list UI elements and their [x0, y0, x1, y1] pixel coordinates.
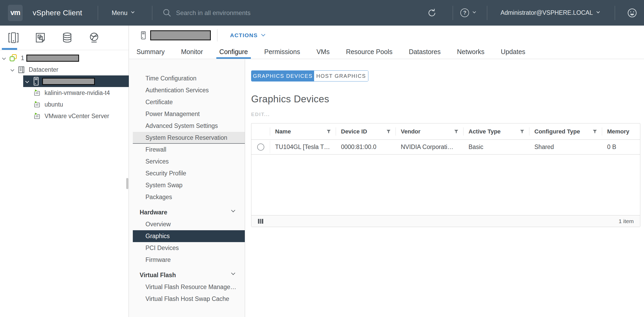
- top-bar-left: vm vSphere Client Menu: [8, 0, 287, 26]
- configure-view: Time Configuration Authentication Servic…: [129, 59, 644, 317]
- nav-item-virtual-flash-host-swap-cache[interactable]: Virtual Flash Host Swap Cache: [133, 293, 245, 305]
- vm-powered-on-icon: [33, 100, 41, 108]
- user-button[interactable]: [627, 8, 637, 18]
- row-memory-cell: 0 B: [602, 140, 640, 154]
- nav-item-time-configuration[interactable]: Time Configuration: [133, 73, 245, 84]
- hosts-and-clusters-icon: [8, 32, 19, 44]
- tree-item-vm[interactable]: ubuntu: [0, 99, 129, 110]
- tab-vms-and-templates[interactable]: [27, 26, 54, 50]
- redacted-text: [42, 78, 95, 85]
- header-divider: [217, 29, 217, 41]
- tab-configure[interactable]: Configure: [218, 45, 248, 59]
- nav-item-pci-devices[interactable]: PCI Devices: [133, 242, 245, 254]
- actions-button[interactable]: ACTIONS: [230, 32, 264, 39]
- table-row[interactable]: TU104GL [Tesla T… 0000:81:00.0 NVIDIA Co…: [251, 140, 640, 155]
- configure-nav: Time Configuration Authentication Servic…: [129, 59, 245, 317]
- chevron-down-icon: [131, 10, 134, 13]
- active-tab-underline: [2, 48, 17, 50]
- tree-item-datacenter[interactable]: Datacenter: [0, 64, 129, 75]
- chevron-down-icon: [261, 32, 265, 36]
- tab-datastores[interactable]: Datastores: [408, 45, 441, 59]
- nav-item-firmware[interactable]: Firmware: [133, 254, 245, 266]
- filter-icon[interactable]: [326, 129, 331, 134]
- edit-button[interactable]: EDIT...: [251, 112, 270, 117]
- header-cell-memory[interactable]: Memory: [602, 123, 640, 140]
- help-menu[interactable]: ?: [460, 8, 475, 17]
- menu-button[interactable]: Menu: [112, 9, 134, 17]
- top-bar-divider: [615, 6, 615, 20]
- row-select-cell: [251, 140, 270, 154]
- row-vendor-cell: NVIDIA Corporati…: [396, 140, 463, 154]
- nav-item-virtual-flash-resource-management[interactable]: Virtual Flash Resource Manage…: [133, 281, 245, 293]
- graphics-devices-toggle[interactable]: GRAPHICS DEVICES: [251, 71, 314, 81]
- chevron-expanded-icon: [25, 79, 29, 83]
- top-bar-divider: [152, 6, 152, 20]
- nav-item-overview[interactable]: Overview: [133, 218, 245, 230]
- nav-group-virtual-flash[interactable]: Virtual Flash: [133, 269, 245, 281]
- filter-icon[interactable]: [593, 129, 597, 134]
- chevron-down-icon: [597, 10, 600, 13]
- tab-networking[interactable]: [81, 26, 108, 50]
- tab-networks[interactable]: Networks: [456, 45, 485, 59]
- vm-powered-on-icon: [33, 112, 41, 120]
- tree-item-vm[interactable]: VMware vCenter Server: [0, 110, 129, 122]
- row-active-type-cell: Basic: [463, 140, 529, 154]
- nav-item-security-profile[interactable]: Security Profile: [133, 167, 245, 179]
- row-radio-button[interactable]: [257, 143, 264, 151]
- tree-item-label: Datacenter: [29, 66, 58, 73]
- chevron-down-icon: [473, 10, 476, 13]
- nav-item-authentication-services[interactable]: Authentication Services: [133, 84, 245, 96]
- vms-and-templates-icon: [35, 32, 46, 44]
- nav-group-hardware[interactable]: Hardware: [133, 206, 245, 218]
- nav-item-packages[interactable]: Packages: [133, 191, 245, 203]
- tab-resource-pools[interactable]: Resource Pools: [345, 45, 393, 59]
- search-input[interactable]: [176, 9, 287, 17]
- header-cell-device-id[interactable]: Device ID: [336, 123, 396, 140]
- refresh-icon: [427, 8, 437, 18]
- chevron-down-icon: [231, 271, 235, 275]
- header-cell-vendor[interactable]: Vendor: [396, 123, 463, 140]
- account-menu[interactable]: Administrator@VSPHERE.LOCAL: [500, 9, 599, 16]
- tab-vms[interactable]: VMs: [316, 45, 330, 59]
- header-cell-name[interactable]: Name: [270, 123, 336, 140]
- nav-item-services[interactable]: Services: [133, 156, 245, 167]
- nav-item-system-resource-reservation[interactable]: System Resource Reservation: [133, 132, 245, 144]
- tab-permissions[interactable]: Permissions: [264, 45, 301, 59]
- tab-storage[interactable]: [54, 26, 81, 50]
- nav-item-firewall[interactable]: Firewall: [133, 144, 245, 156]
- global-search: [162, 8, 287, 18]
- app-title: vSphere Client: [33, 9, 82, 17]
- vmware-logo[interactable]: vm: [8, 5, 23, 21]
- tree-item-host-selected[interactable]: [23, 75, 129, 87]
- refresh-button[interactable]: [427, 8, 437, 18]
- inventory-panel: 1 Datacenter: [0, 26, 129, 317]
- tab-summary[interactable]: Summary: [136, 45, 165, 59]
- tree-scrollbar-thumb[interactable]: [126, 178, 128, 189]
- tree-item-label: ubuntu: [45, 101, 63, 108]
- column-selector-icon[interactable]: [257, 217, 265, 225]
- chevron-expanded-icon: [11, 68, 14, 71]
- nav-item-certificate[interactable]: Certificate: [133, 96, 245, 108]
- nav-item-power-management[interactable]: Power Management: [133, 108, 245, 120]
- nav-item-advanced-system-settings[interactable]: Advanced System Settings: [133, 120, 245, 132]
- object-tab-bar: Summary Monitor Configure Permissions VM…: [129, 45, 644, 59]
- tab-hosts-and-clusters[interactable]: [0, 26, 27, 50]
- filter-icon[interactable]: [454, 129, 458, 134]
- filter-icon[interactable]: [386, 129, 391, 134]
- filter-icon[interactable]: [520, 129, 524, 134]
- menu-label: Menu: [112, 9, 128, 17]
- object-header: ACTIONS: [129, 26, 644, 45]
- tree-item-vcenter[interactable]: 1: [0, 52, 129, 64]
- nav-item-graphics[interactable]: Graphics: [133, 230, 245, 242]
- tree-item-label: kalinin-vmware-nvidia-t4: [45, 89, 110, 97]
- header-cell-configured-type[interactable]: Configured Type: [529, 123, 602, 140]
- nav-item-system-swap[interactable]: System Swap: [133, 179, 245, 191]
- main-panel: ACTIONS Summary Monitor Configure Permis…: [129, 26, 644, 317]
- tree-item-vm[interactable]: kalinin-vmware-nvidia-t4: [0, 87, 129, 99]
- chevron-down-icon: [231, 208, 235, 212]
- top-bar-divider: [487, 6, 487, 20]
- header-cell-active-type[interactable]: Active Type: [463, 123, 529, 140]
- host-graphics-toggle[interactable]: HOST GRAPHICS: [314, 71, 368, 81]
- tab-monitor[interactable]: Monitor: [180, 45, 204, 59]
- tab-updates[interactable]: Updates: [500, 45, 526, 59]
